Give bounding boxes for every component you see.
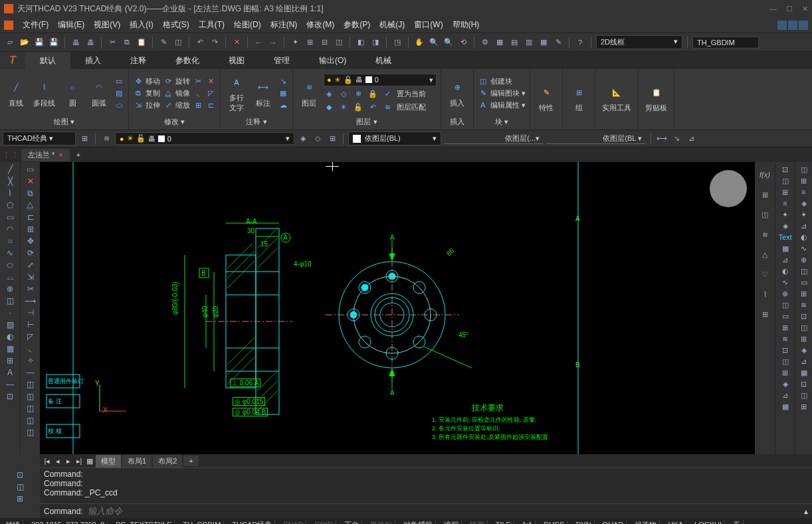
r2-15-icon[interactable]: ⊞: [779, 323, 791, 332]
paste-icon[interactable]: 📋: [136, 37, 148, 48]
lm-explode-icon[interactable]: ✧: [25, 356, 37, 365]
ribbon-logo[interactable]: T: [0, 52, 25, 69]
status-lwt[interactable]: 线宽: [467, 520, 488, 525]
line-button[interactable]: ╱直线: [4, 77, 28, 110]
maximize-button[interactable]: ☐: [786, 5, 793, 13]
lt-table-icon[interactable]: ⊞: [4, 356, 16, 365]
mirror-icon[interactable]: ⧋: [163, 88, 173, 98]
lt-a-icon[interactable]: ◈: [297, 133, 309, 145]
lm-break-icon[interactable]: ⊣: [25, 308, 37, 317]
cut-icon[interactable]: ✂: [106, 37, 118, 48]
chamfer-icon[interactable]: ◸: [205, 88, 216, 98]
lt-arc-icon[interactable]: ◠: [4, 224, 16, 234]
layer-filter-icon[interactable]: ≋: [100, 133, 112, 145]
status-quad[interactable]: QUAD: [600, 521, 627, 524]
rv-warn-icon[interactable]: △: [758, 247, 772, 262]
command-input[interactable]: [88, 506, 804, 516]
r3-21-icon[interactable]: ◫: [798, 391, 810, 400]
r3-7-icon[interactable]: ◐: [798, 232, 810, 242]
layout-tab-1[interactable]: 布局1: [122, 455, 152, 468]
layout-last-icon[interactable]: ▸|: [74, 457, 84, 466]
r3-18-icon[interactable]: ⊿: [798, 357, 810, 366]
menu-tools[interactable]: 工具(T): [199, 19, 225, 31]
brush-icon[interactable]: ✎: [552, 37, 564, 48]
polyline-button[interactable]: ⌇多段线: [31, 77, 58, 110]
r2-8-icon[interactable]: ▦: [779, 244, 791, 253]
lm-c-icon[interactable]: ◫: [25, 404, 37, 413]
r3-22-icon[interactable]: ⊞: [798, 402, 810, 411]
lt-b-icon[interactable]: ◇: [312, 133, 324, 145]
r3-8-icon[interactable]: ∿: [798, 244, 810, 253]
status-snap[interactable]: SNAP: [280, 521, 306, 524]
ribbon-tab-manage[interactable]: 管理: [259, 52, 304, 69]
lm-offset-icon[interactable]: ⊏: [25, 213, 37, 222]
status-workspace[interactable]: THCAD经典: [229, 520, 275, 525]
menu-modify[interactable]: 修改(M): [306, 19, 334, 31]
stretch-icon[interactable]: ⇲: [133, 100, 144, 110]
scale-icon[interactable]: ⤢: [163, 100, 173, 110]
workspace-combo[interactable]: THCAD经典 ▾: [3, 131, 76, 145]
r2-13-icon[interactable]: ◫: [779, 300, 791, 309]
saveas-icon[interactable]: 💾: [48, 37, 60, 48]
menu-help[interactable]: 帮助(H): [453, 19, 480, 31]
ribbon-tab-view[interactable]: 视图: [214, 52, 259, 69]
lm-b-icon[interactable]: ◫: [25, 392, 37, 401]
lt-grad-icon[interactable]: ◐: [4, 332, 16, 341]
r3-9-icon[interactable]: ⊕: [798, 255, 810, 264]
view-cube[interactable]: [710, 170, 747, 207]
lt-region-icon[interactable]: ▦: [4, 344, 16, 353]
open-icon[interactable]: 📂: [19, 37, 31, 48]
r2-5-icon[interactable]: ✦: [779, 210, 791, 219]
help-icon[interactable]: ?: [574, 37, 586, 48]
lm-extend-icon[interactable]: ⟶: [25, 296, 37, 306]
panel4-icon[interactable]: ▦: [538, 37, 550, 48]
r2-7-icon[interactable]: Text: [779, 232, 791, 242]
new-icon[interactable]: ▱: [4, 37, 16, 48]
mdi-close-icon[interactable]: [799, 21, 808, 30]
r2-21-icon[interactable]: ⊿: [779, 391, 791, 400]
doc-tab-active[interactable]: 左法兰 *×: [21, 149, 70, 161]
fx-icon[interactable]: f(x): [758, 167, 772, 182]
ws-grid-icon[interactable]: ⊞: [78, 133, 90, 145]
lt-earc-icon[interactable]: ⌓: [4, 272, 16, 282]
redo-icon[interactable]: ↷: [209, 37, 221, 48]
lt-ellipse-icon[interactable]: ⬭: [4, 260, 16, 270]
layer-unlock-icon[interactable]: 🔓: [353, 102, 363, 113]
r3-2-icon[interactable]: ⊞: [798, 176, 810, 185]
mdi-restore-icon[interactable]: [788, 21, 797, 30]
menu-format[interactable]: 格式(S): [163, 19, 189, 31]
layout-tab-2[interactable]: 布局2: [153, 455, 182, 468]
r3-12-icon[interactable]: ⊞: [798, 289, 810, 298]
visual-style-dropdown[interactable]: 2D线框 ▾: [596, 35, 682, 49]
ellipse-icon[interactable]: ⬭: [114, 100, 124, 110]
status-textstyle[interactable]: PC_TEXTSTYLE: [113, 521, 175, 524]
plot-icon[interactable]: 🖶: [84, 37, 96, 48]
erase-icon[interactable]: ✕: [231, 37, 243, 48]
lm-mirror-icon[interactable]: ⧋: [25, 201, 37, 210]
leader-icon[interactable]: ↘: [278, 76, 288, 86]
color-combo[interactable]: 依图层(BL) ▾: [348, 131, 441, 145]
pan-icon[interactable]: ✋: [413, 37, 425, 48]
bl-2-icon[interactable]: ◫: [14, 482, 26, 491]
array-icon[interactable]: ⊞: [193, 100, 203, 110]
r2-20-icon[interactable]: ◈: [779, 379, 791, 389]
r3-16-icon[interactable]: ⊞: [798, 334, 810, 343]
r3-5-icon[interactable]: ✦: [798, 210, 810, 219]
rv-helix-icon[interactable]: ⌇: [758, 287, 772, 302]
orbit-icon[interactable]: ⟲: [457, 37, 469, 48]
ribbon-tab-mechanical[interactable]: 机械: [361, 52, 406, 69]
lm-trim-icon[interactable]: ✂: [25, 284, 37, 294]
lt-mtext-icon[interactable]: A: [4, 368, 16, 377]
offset-icon[interactable]: ⊏: [205, 100, 216, 110]
menu-view[interactable]: 视图(V): [94, 19, 120, 31]
lm-chamfer-icon[interactable]: ◸: [25, 332, 37, 341]
extend-icon[interactable]: ✕: [205, 76, 216, 86]
lt-xline-icon[interactable]: ╳: [4, 177, 16, 186]
doc-tabs-overflow-icon[interactable]: ⋮⋮: [3, 151, 20, 159]
clipboard-button[interactable]: 📋剪贴板: [643, 82, 670, 114]
gear-icon[interactable]: ⚙: [479, 37, 491, 48]
mtext-button[interactable]: A多行 文字: [225, 72, 249, 114]
r3-6-icon[interactable]: ⊿: [798, 221, 810, 230]
layout-tab-add[interactable]: +: [183, 456, 198, 466]
dimstyle-dropdown[interactable]: TH_GBDIM: [692, 37, 759, 48]
